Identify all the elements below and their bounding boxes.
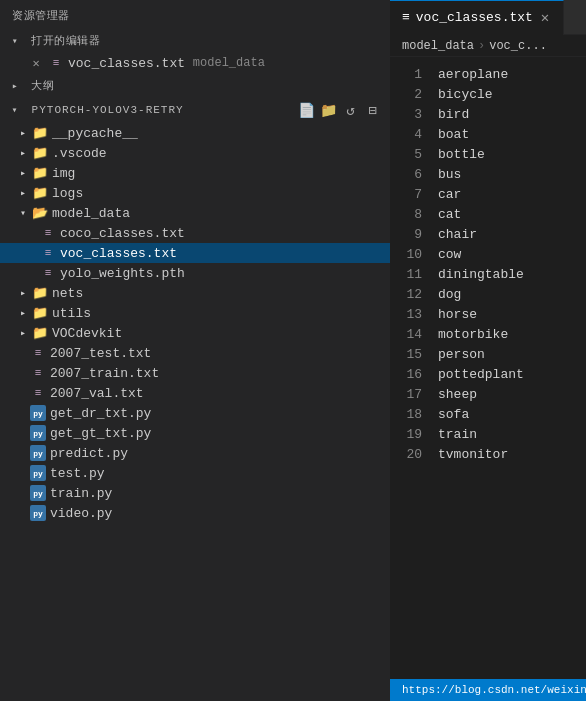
code-line-9: chair [438, 225, 586, 245]
tree-item-train[interactable]: py train.py [0, 483, 390, 503]
open-editor-item[interactable]: ✕ ≡ voc_classes.txt model_data [0, 52, 390, 74]
voc-chevron [16, 326, 30, 340]
project-section: PYTORCH-YOLOV3-RETRY 📄 📁 ↺ ⊟ 📁 __pycache… [0, 97, 390, 523]
breadcrumb-part-2[interactable]: voc_c... [489, 39, 547, 53]
tree-item-vscode[interactable]: 📁 .vscode [0, 143, 390, 163]
open-editors-header[interactable]: 打开的编辑器 [0, 29, 390, 52]
py-icon: py [30, 445, 46, 461]
line-number: 18 [390, 405, 422, 425]
open-editors-chevron [8, 34, 22, 48]
open-editor-filename: voc_classes.txt [68, 56, 185, 71]
line-number: 12 [390, 285, 422, 305]
project-header[interactable]: PYTORCH-YOLOV3-RETRY 📄 📁 ↺ ⊟ [0, 97, 390, 123]
tree-item-get-gt[interactable]: py get_gt_txt.py [0, 423, 390, 443]
tab-close-icon[interactable]: ✕ [539, 9, 551, 26]
panel-title: 资源管理器 [0, 0, 390, 29]
code-line-4: boat [438, 125, 586, 145]
code-line-14: motorbike [438, 325, 586, 345]
tree-item-label: train.py [50, 486, 112, 501]
code-line-10: cow [438, 245, 586, 265]
tree-item-label: .vscode [52, 146, 107, 161]
close-icon[interactable]: ✕ [28, 55, 44, 71]
py-icon: py [30, 505, 46, 521]
line-number: 10 [390, 245, 422, 265]
tree-item-label: coco_classes.txt [60, 226, 185, 241]
tree-item-logs[interactable]: 📁 logs [0, 183, 390, 203]
tree-item-voc-classes[interactable]: ≡ voc_classes.txt [0, 243, 390, 263]
code-line-18: sofa [438, 405, 586, 425]
line-number: 4 [390, 125, 422, 145]
collapse-icon[interactable]: ⊟ [364, 101, 382, 119]
line-number: 16 [390, 365, 422, 385]
pycache-chevron [16, 126, 30, 140]
tree-item-label: get_gt_txt.py [50, 426, 151, 441]
txt-icon: ≡ [40, 245, 56, 261]
footer-link[interactable]: https://blog.csdn.net/weixin_44791964 [402, 684, 586, 696]
code-line-2: bicycle [438, 85, 586, 105]
outline-section[interactable]: 大纲 [0, 74, 390, 97]
tree-item-coco-classes[interactable]: ≡ coco_classes.txt [0, 223, 390, 243]
tree-item-pycache[interactable]: 📁 __pycache__ [0, 123, 390, 143]
py-icon: py [30, 465, 46, 481]
tree-item-nets[interactable]: 📁 nets [0, 283, 390, 303]
code-line-19: train [438, 425, 586, 445]
tree-item-label: utils [52, 306, 91, 321]
code-line-5: bottle [438, 145, 586, 165]
code-line-11: diningtable [438, 265, 586, 285]
editor-content: 1 2 3 4 5 6 7 8 9 10 11 12 13 14 15 16 1… [390, 57, 586, 679]
refresh-icon[interactable]: ↺ [342, 101, 360, 119]
line-number: 19 [390, 425, 422, 445]
breadcrumb-part-1[interactable]: model_data [402, 39, 474, 53]
folder-icon: 📁 [32, 325, 48, 341]
line-numbers: 1 2 3 4 5 6 7 8 9 10 11 12 13 14 15 16 1… [390, 57, 430, 679]
folder-icon: 📁 [32, 305, 48, 321]
tree-item-predict[interactable]: py predict.py [0, 443, 390, 463]
line-number: 13 [390, 305, 422, 325]
folder-icon: 📁 [32, 185, 48, 201]
code-line-7: car [438, 185, 586, 205]
line-number: 15 [390, 345, 422, 365]
tree-item-2007-train[interactable]: ≡ 2007_train.txt [0, 363, 390, 383]
tree-item-test[interactable]: py test.py [0, 463, 390, 483]
editor-panel: ≡ voc_classes.txt ✕ model_data › voc_c..… [390, 0, 586, 701]
tree-item-vocdevkit[interactable]: 📁 VOCdevkit [0, 323, 390, 343]
tree-item-utils[interactable]: 📁 utils [0, 303, 390, 323]
open-editors-label: 打开的编辑器 [31, 33, 100, 48]
tree-item-2007-val[interactable]: ≡ 2007_val.txt [0, 383, 390, 403]
open-editor-path: model_data [193, 56, 265, 70]
new-folder-icon[interactable]: 📁 [320, 101, 338, 119]
line-number: 2 [390, 85, 422, 105]
tab-label: voc_classes.txt [416, 10, 533, 25]
code-lines[interactable]: aeroplane bicycle bird boat bottle bus c… [430, 57, 586, 679]
tab-file-icon: ≡ [402, 10, 410, 25]
breadcrumb-sep: › [478, 39, 485, 53]
txt-icon: ≡ [30, 345, 46, 361]
img-chevron [16, 166, 30, 180]
folder-icon: 📁 [32, 285, 48, 301]
line-number: 1 [390, 65, 422, 85]
breadcrumb: model_data › voc_c... [390, 35, 586, 57]
new-file-icon[interactable]: 📄 [298, 101, 316, 119]
editor-tabs: ≡ voc_classes.txt ✕ [390, 0, 586, 35]
line-number: 14 [390, 325, 422, 345]
txt-icon: ≡ [30, 365, 46, 381]
tree-item-video[interactable]: py video.py [0, 503, 390, 523]
tree-item-img[interactable]: 📁 img [0, 163, 390, 183]
tree-item-label: img [52, 166, 75, 181]
code-line-1: aeroplane [438, 65, 586, 85]
tree-item-label: get_dr_txt.py [50, 406, 151, 421]
logs-chevron [16, 186, 30, 200]
tree-item-yolo-weights[interactable]: ≡ yolo_weights.pth [0, 263, 390, 283]
folder-icon: 📁 [32, 125, 48, 141]
code-line-20: tvmonitor [438, 445, 586, 465]
line-number: 17 [390, 385, 422, 405]
code-line-3: bird [438, 105, 586, 125]
tree-item-model-data[interactable]: 📂 model_data [0, 203, 390, 223]
tree-item-get-dr[interactable]: py get_dr_txt.py [0, 403, 390, 423]
line-number: 8 [390, 205, 422, 225]
model-data-chevron [16, 206, 30, 220]
code-line-15: person [438, 345, 586, 365]
line-number: 6 [390, 165, 422, 185]
tree-item-2007-test[interactable]: ≡ 2007_test.txt [0, 343, 390, 363]
editor-tab-voc-classes[interactable]: ≡ voc_classes.txt ✕ [390, 0, 564, 35]
